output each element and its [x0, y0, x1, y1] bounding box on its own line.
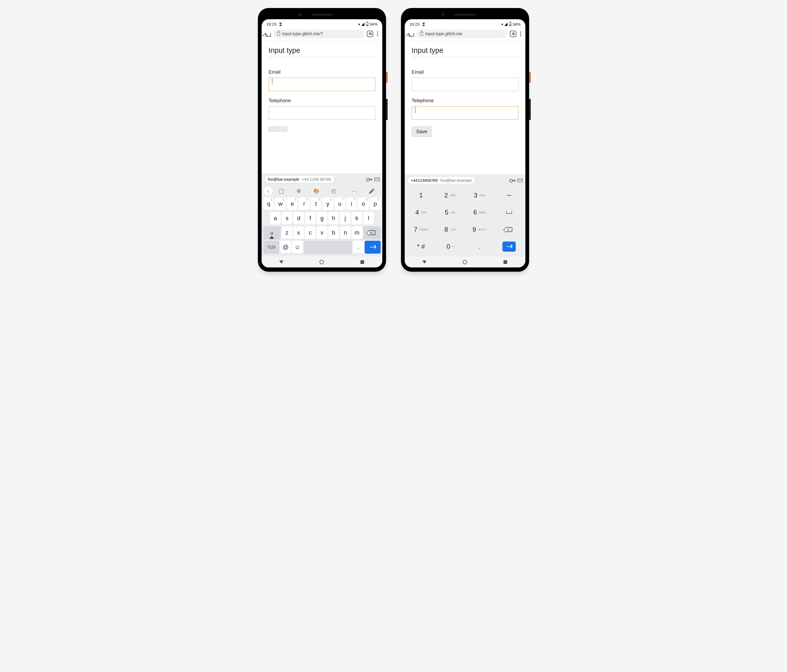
sticker-icon[interactable]: ◰	[326, 187, 343, 196]
key-r[interactable]: r4	[299, 197, 310, 210]
emoji-key[interactable]: ☺	[292, 241, 303, 254]
home-icon[interactable]	[265, 31, 271, 37]
key-v[interactable]: v	[317, 226, 327, 239]
numkey-1[interactable]: 1	[406, 187, 436, 204]
numkey-9[interactable]: 9WXYZ	[465, 221, 495, 238]
omnibox[interactable]: input-type.glitch.me/?	[273, 30, 364, 38]
telephone-field[interactable]	[412, 106, 518, 120]
nav-back-icon[interactable]	[279, 260, 283, 264]
wifi-icon: ▾	[501, 22, 503, 26]
numkey-2[interactable]: 2ABC	[436, 187, 465, 204]
battery-icon	[509, 22, 512, 26]
more-icon[interactable]: ⋯	[346, 187, 363, 196]
nav-home-icon[interactable]	[319, 260, 324, 264]
email-field[interactable]	[412, 78, 518, 91]
autofill-email: foo@bar.example	[441, 178, 472, 183]
url-text: input-type.glitch.me	[425, 32, 462, 36]
key-x[interactable]: x	[293, 226, 304, 239]
numkey-0[interactable]: 0+	[436, 238, 465, 255]
numkey-5[interactable]: 5JKL	[436, 204, 465, 221]
save-button[interactable]: Save	[412, 126, 432, 137]
clipboard-icon[interactable]: 📋	[273, 187, 290, 196]
shift-key[interactable]	[263, 226, 281, 239]
page-title: Input type	[269, 46, 375, 57]
menu-icon[interactable]	[519, 32, 522, 36]
payment-card-icon[interactable]	[517, 178, 523, 182]
key-q[interactable]: q1	[263, 197, 274, 210]
numkey-4[interactable]: 4GHI	[406, 204, 436, 221]
autofill-phone: +44123456789	[411, 178, 438, 183]
numkey-3[interactable]: 3DEF	[465, 187, 495, 204]
enter-key[interactable]	[495, 238, 524, 255]
key-z[interactable]: z	[282, 226, 292, 239]
key-w[interactable]: w2	[275, 197, 286, 210]
key-t[interactable]: t5	[311, 197, 321, 210]
hourglass-icon	[422, 23, 425, 26]
key-a[interactable]: a	[270, 212, 281, 225]
key-y[interactable]: y6	[322, 197, 333, 210]
password-key-icon[interactable]	[509, 178, 515, 183]
phone-speaker	[454, 14, 476, 16]
settings-icon[interactable]: ⚙	[291, 187, 308, 196]
email-label: Email	[269, 69, 375, 75]
save-button-partial[interactable]	[269, 126, 287, 132]
key-n[interactable]: n	[340, 226, 351, 239]
key-o[interactable]: o9	[358, 197, 369, 210]
key-e[interactable]: e3	[287, 197, 298, 210]
nav-recents-icon[interactable]	[360, 260, 364, 264]
key-j[interactable]: j	[340, 212, 351, 225]
telephone-label: Telephone	[269, 98, 375, 104]
autofill-suggestion[interactable]: +44123456789 foo@bar.example	[408, 177, 475, 184]
numkey-dash[interactable]	[495, 187, 524, 204]
numkey-space[interactable]	[495, 204, 524, 221]
lock-icon	[277, 32, 280, 36]
numkey-[interactable]: .	[465, 238, 495, 255]
signal-icon	[504, 23, 507, 26]
at-key[interactable]: @	[280, 241, 291, 254]
home-icon[interactable]	[408, 31, 414, 37]
nav-home-icon[interactable]	[463, 260, 467, 264]
key-c[interactable]: c	[305, 226, 316, 239]
key-k[interactable]: k	[352, 212, 362, 225]
payment-card-icon[interactable]	[374, 177, 379, 181]
key-l[interactable]: l	[363, 212, 374, 225]
symbols-key[interactable]: ?123	[263, 241, 279, 254]
telephone-field[interactable]	[269, 106, 375, 120]
theme-icon[interactable]: 🎨	[308, 187, 325, 196]
key-g[interactable]: g	[317, 212, 327, 225]
numkey-[interactable]: * #	[406, 238, 436, 255]
phone-mockup-email: 19:23 ▾ 34% input-type.glitch.me/? :D In…	[258, 8, 386, 272]
numkey-6[interactable]: 6MNO	[465, 204, 495, 221]
autofill-phone: +44 1234 56789	[302, 177, 331, 181]
enter-key[interactable]	[365, 241, 381, 254]
omnibox[interactable]: input-type.glitch.me	[416, 30, 507, 38]
tab-switcher[interactable]: :D	[367, 31, 373, 37]
battery-percent: 34%	[512, 22, 521, 27]
key-u[interactable]: u7	[334, 197, 345, 210]
telephone-label: Telephone	[412, 98, 518, 104]
status-bar: 19:23 ▾ 34%	[262, 19, 382, 27]
tab-switcher[interactable]: :D	[510, 31, 516, 37]
email-field[interactable]	[269, 78, 375, 91]
key-d[interactable]: d	[293, 212, 304, 225]
autofill-suggestion[interactable]: foo@bar.example +44 1234 56789	[264, 175, 335, 183]
numkey-7[interactable]: 7PQRS	[406, 221, 436, 238]
keyboard-back-icon[interactable]: ‹	[264, 187, 272, 196]
backspace-key[interactable]: ✕	[495, 221, 524, 238]
period-key[interactable]: .	[353, 241, 363, 254]
key-s[interactable]: s	[282, 212, 292, 225]
key-b[interactable]: b	[329, 226, 339, 239]
nav-recents-icon[interactable]	[504, 260, 507, 264]
nav-back-icon[interactable]	[422, 260, 427, 264]
space-key[interactable]	[304, 241, 352, 254]
key-h[interactable]: h	[329, 212, 339, 225]
key-p[interactable]: p0	[370, 197, 381, 210]
menu-icon[interactable]	[376, 32, 379, 36]
key-i[interactable]: i8	[346, 197, 357, 210]
backspace-key[interactable]: ✕	[363, 226, 381, 239]
key-f[interactable]: f	[305, 212, 316, 225]
password-key-icon[interactable]	[366, 177, 372, 181]
mic-off-icon[interactable]: 🎤̸	[363, 187, 381, 196]
numkey-8[interactable]: 8TUV	[436, 221, 465, 238]
key-m[interactable]: m	[352, 226, 362, 239]
